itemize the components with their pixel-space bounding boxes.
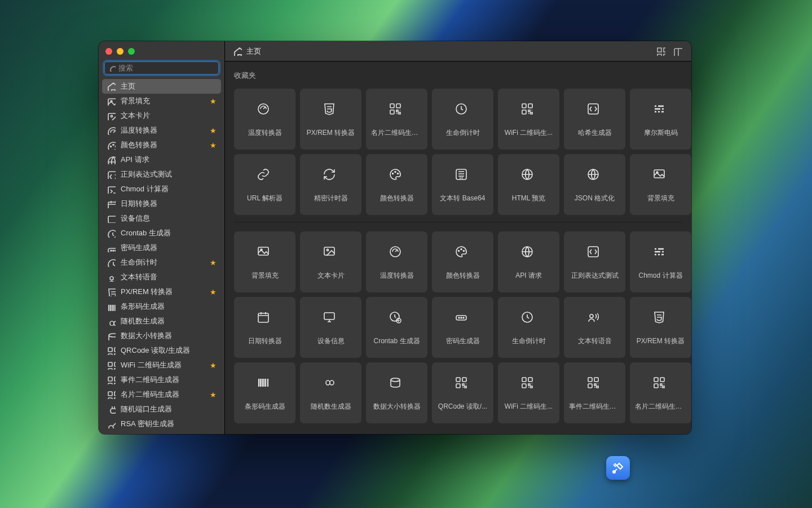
sidebar-item[interactable]: WiFi 二维码生成器★ bbox=[102, 358, 221, 373]
sidebar-item[interactable]: 文本卡片 bbox=[102, 108, 221, 123]
tool-card[interactable]: 密码生成器 bbox=[432, 297, 493, 358]
star-icon: ★ bbox=[210, 97, 217, 106]
search-input[interactable] bbox=[118, 64, 215, 72]
minimize-button[interactable] bbox=[117, 48, 123, 55]
tool-card[interactable]: QRCode 读取/... bbox=[432, 362, 493, 423]
tool-card[interactable]: 名片二维码生成器 bbox=[630, 362, 691, 423]
sidebar-item[interactable]: 背景填充★ bbox=[102, 94, 221, 108]
morse-icon bbox=[651, 101, 670, 120]
tool-card[interactable]: 摩尔斯电码 bbox=[630, 89, 691, 150]
sidebar-item-label: 随机数生成器 bbox=[121, 316, 217, 326]
tool-card-label: 日期转换器 bbox=[246, 336, 284, 346]
sidebar-item[interactable]: QRCode 读取/生成器 bbox=[102, 343, 221, 358]
star-icon: ★ bbox=[210, 361, 217, 370]
tool-card[interactable]: 设备信息 bbox=[300, 297, 361, 358]
tool-card[interactable]: WiFi 二维码生... bbox=[498, 89, 559, 150]
sidebar-item[interactable]: 设备信息 bbox=[102, 211, 221, 226]
sidebar-item[interactable]: 颜色转换器★ bbox=[102, 138, 221, 152]
tool-card[interactable]: Crontab 生成器 bbox=[366, 297, 427, 358]
sidebar-item[interactable]: 条形码生成器 bbox=[102, 299, 221, 314]
disk-icon bbox=[387, 375, 407, 394]
close-button[interactable] bbox=[105, 48, 112, 55]
maximize-button[interactable] bbox=[128, 48, 135, 55]
sidebar-item[interactable]: 密码生成器 bbox=[102, 240, 221, 255]
gauge-icon bbox=[387, 244, 407, 263]
star-icon: ★ bbox=[210, 126, 217, 135]
toggle-sidebar-button[interactable] bbox=[671, 45, 683, 58]
sidebar-item[interactable]: Chmod 计算器 bbox=[102, 182, 221, 196]
tool-card-label: 文本转语音 bbox=[576, 336, 614, 346]
sidebar-item[interactable]: 随机数生成器 bbox=[102, 314, 221, 329]
sidebar-item[interactable]: 生命倒计时★ bbox=[102, 255, 221, 270]
tool-card[interactable]: 名片二维码生成器 bbox=[366, 89, 427, 150]
tool-card[interactable]: 日期转换器 bbox=[234, 297, 295, 358]
globe-icon bbox=[585, 167, 604, 186]
tool-card-label: API 请求 bbox=[513, 271, 544, 281]
sidebar-item[interactable]: 正则表达式测试 bbox=[102, 167, 221, 182]
tool-card[interactable]: 颜色转换器 bbox=[366, 154, 427, 215]
sidebar-item[interactable]: 主页 bbox=[102, 79, 221, 94]
globe-icon bbox=[107, 155, 116, 164]
tool-card[interactable]: 条形码生成器 bbox=[234, 362, 295, 423]
tool-card[interactable]: 背景填充 bbox=[630, 154, 691, 215]
sidebar-item[interactable]: RSA 密钥生成器 bbox=[102, 417, 221, 431]
tool-card[interactable]: 哈希生成器 bbox=[564, 89, 625, 150]
tool-card[interactable]: API 请求 bbox=[498, 231, 559, 292]
tool-card[interactable]: 文本转 Base64 bbox=[432, 154, 493, 215]
brackets-icon bbox=[585, 101, 604, 120]
tool-card[interactable]: 正则表达式测试 bbox=[564, 231, 625, 292]
grid-view-button[interactable] bbox=[654, 45, 667, 58]
tool-card[interactable]: 生命倒计时 bbox=[498, 297, 559, 358]
tool-card[interactable]: 精密计时器 bbox=[300, 154, 361, 215]
tool-card[interactable]: 事件二维码生成器 bbox=[564, 362, 625, 423]
sidebar-item[interactable]: 名片二维码生成器★ bbox=[102, 387, 221, 402]
sidebar-item-label: Crontab 生成器 bbox=[121, 228, 217, 238]
tool-card[interactable]: 温度转换器 bbox=[366, 231, 427, 292]
tool-card[interactable]: WiFi 二维码生... bbox=[498, 362, 559, 423]
image-icon bbox=[321, 244, 341, 263]
tool-card-label: 温度转换器 bbox=[378, 271, 416, 281]
sidebar-item[interactable]: Crontab 生成器 bbox=[102, 226, 221, 240]
tool-card[interactable]: 温度转换器 bbox=[234, 89, 295, 150]
tool-card[interactable]: PX/REM 转换器 bbox=[300, 89, 361, 150]
tool-card[interactable]: 数据大小转换器 bbox=[366, 362, 427, 423]
tool-card[interactable]: 随机数生成器 bbox=[300, 362, 361, 423]
sidebar-item[interactable]: 文本转语音 bbox=[102, 270, 221, 284]
barcode-icon bbox=[255, 375, 275, 394]
section-divider bbox=[234, 222, 682, 222]
tool-card-label: Chmod 计算器 bbox=[636, 271, 685, 281]
sidebar-item-label: RSA 密钥生成器 bbox=[121, 419, 217, 429]
main-area: 主页 收藏夹 温度转换器PX/REM 转换器名片二维码生成器生命倒计时WiFi … bbox=[225, 41, 691, 434]
tool-card[interactable]: Chmod 计算器 bbox=[630, 231, 691, 292]
sidebar-item-label: 名片二维码生成器 bbox=[121, 389, 205, 400]
tool-card[interactable]: JSON 格式化 bbox=[564, 154, 625, 215]
tool-card-label: 哈希生成器 bbox=[576, 128, 614, 138]
sidebar-item[interactable]: 数据大小转换器 bbox=[102, 329, 221, 343]
image-icon bbox=[107, 111, 116, 120]
tool-card[interactable]: PX/REM 转换器 bbox=[630, 297, 691, 358]
tool-card[interactable]: HTML 预览 bbox=[498, 154, 559, 215]
tool-card[interactable]: URL 解析器 bbox=[234, 154, 295, 215]
password-icon bbox=[107, 243, 116, 252]
tool-card[interactable]: 文本转语音 bbox=[564, 297, 625, 358]
tool-card-label: 名片二维码生成器 bbox=[633, 402, 689, 411]
clock-icon bbox=[453, 101, 473, 120]
qr-icon bbox=[519, 375, 539, 394]
sidebar-item-label: QRCode 读取/生成器 bbox=[121, 345, 217, 356]
barcode-icon bbox=[107, 302, 116, 311]
search-icon bbox=[108, 64, 116, 72]
sidebar-item[interactable]: 日期转换器 bbox=[102, 196, 221, 211]
palette-icon bbox=[453, 244, 473, 263]
sidebar-item[interactable]: 事件二维码生成器 bbox=[102, 373, 221, 387]
search-field[interactable] bbox=[104, 62, 219, 75]
password-icon bbox=[453, 309, 473, 329]
tool-card[interactable]: 生命倒计时 bbox=[432, 89, 493, 150]
sidebar-item[interactable]: 温度转换器★ bbox=[102, 123, 221, 138]
tool-card[interactable]: 背景填充 bbox=[234, 231, 295, 292]
sidebar-item[interactable]: 随机端口生成器 bbox=[102, 402, 221, 417]
tool-card[interactable]: 颜色转换器 bbox=[432, 231, 493, 292]
tool-card[interactable]: 文本卡片 bbox=[300, 231, 361, 292]
dock-app-icon[interactable] bbox=[606, 456, 630, 480]
sidebar-item[interactable]: API 请求 bbox=[102, 152, 221, 167]
sidebar-item[interactable]: PX/REM 转换器★ bbox=[102, 284, 221, 299]
